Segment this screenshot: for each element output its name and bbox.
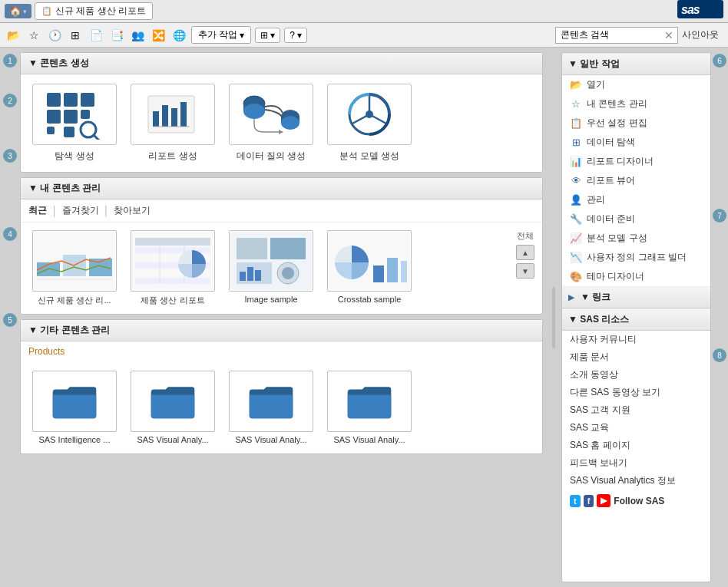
badge-5: 5 (3, 313, 17, 327)
home-button[interactable]: 🏠 ▾ (5, 4, 31, 18)
menu-item-admin[interactable]: 👤 관리 (562, 190, 710, 209)
menu-mycontent-icon: ☆ (570, 98, 582, 110)
content-grid: 신규 제품 생산 리... (21, 223, 542, 314)
content-label-4: Crosstab sample (338, 295, 402, 304)
svg-rect-6 (64, 110, 78, 124)
resource-homepage[interactable]: SAS 홈 페이지 (562, 437, 710, 454)
menu-admin-label: 관리 (587, 193, 605, 206)
recent-icon[interactable]: 🕐 (46, 27, 63, 44)
users-icon[interactable]: 👥 (129, 27, 146, 44)
analytics-item[interactable]: 분석 모델 생성 (323, 84, 415, 163)
explore-item[interactable]: 탐색 생성 (28, 84, 121, 163)
svg-text:sas: sas (681, 3, 700, 16)
facebook-button[interactable]: f (584, 495, 594, 507)
resource-about[interactable]: SAS Visual Analytics 정보 (562, 472, 710, 490)
scroll-down-button[interactable]: ▼ (516, 263, 534, 279)
content-item-2[interactable]: 제품 생산 리포트 (127, 230, 219, 306)
menu-open-label: 열기 (587, 78, 605, 91)
help-button[interactable]: ? ▾ (284, 28, 307, 43)
svg-point-24 (281, 116, 299, 130)
svg-rect-39 (135, 278, 210, 284)
help-icon: ? (290, 30, 295, 41)
menu-item-data-prep[interactable]: 🔧 데이터 준비 (562, 209, 710, 229)
resource-docs[interactable]: 제품 문서 (562, 348, 710, 366)
menu-custom-graph-icon: 📉 (570, 252, 582, 264)
explore-icon (44, 90, 105, 140)
svg-rect-14 (162, 105, 168, 127)
flow-icon[interactable]: 🔀 (150, 27, 167, 44)
resource-customer-support[interactable]: SAS 고객 지원 (562, 401, 710, 419)
resource-other-videos[interactable]: 다른 SAS 동영상 보기 (562, 384, 710, 401)
svg-rect-16 (180, 102, 187, 127)
youtube-button[interactable]: ▶ (597, 494, 611, 507)
nav-favorites[interactable]: 즐겨찾기 (62, 204, 99, 217)
svg-rect-13 (153, 111, 159, 127)
svg-rect-9 (64, 127, 74, 137)
resource-feedback[interactable]: 피드백 보내기 (562, 454, 710, 472)
nav-browse[interactable]: 찾아보기 (114, 204, 151, 217)
menu-preferences-icon: 📋 (570, 117, 582, 130)
badge-1: 1 (3, 54, 17, 68)
all-button-area: 전체 ▲ ▼ (516, 230, 534, 279)
open-folder-icon[interactable]: 📂 (5, 27, 22, 44)
folder-icon-4 (327, 371, 412, 432)
report-item[interactable]: 리포트 생성 (127, 84, 219, 163)
explore-icon-box (32, 84, 117, 145)
dataflow-item[interactable]: 데이터 질의 생성 (225, 84, 317, 163)
general-tasks-header: ▼ 일반 작업 (562, 53, 710, 75)
menu-item-open[interactable]: 📂 열기 (562, 75, 710, 94)
content-item-1[interactable]: 신규 제품 생산 리... (28, 230, 121, 306)
search-clear-icon[interactable]: ✕ (664, 29, 673, 41)
menu-report-designer-icon: 📊 (570, 156, 582, 168)
resource-education[interactable]: SAS 교육 (562, 419, 710, 437)
add-work-button[interactable]: 추가 작업 ▾ (191, 26, 251, 44)
scroll-up-button[interactable]: ▲ (516, 245, 534, 260)
menu-item-preferences[interactable]: 📋 우선 설정 편집 (562, 114, 710, 133)
globe-icon[interactable]: 🌐 (170, 27, 187, 44)
signout-button[interactable]: 사인아웃 (677, 27, 723, 43)
menu-item-custom-graph[interactable]: 📉 사용자 정의 그래프 빌더 (562, 248, 710, 267)
tab-title: 신규 제품 생산 리포트 (55, 5, 146, 18)
copy-icon[interactable]: 📄 (88, 27, 104, 44)
star-icon[interactable]: ☆ (25, 27, 42, 44)
menu-item-data-explore[interactable]: ⊞ 데이터 탐색 (562, 133, 710, 152)
drag-handle[interactable] (551, 52, 557, 582)
menu-theme-label: 테마 디자이너 (587, 270, 644, 283)
menu-item-my-content[interactable]: ☆ 내 콘텐츠 관리 (562, 94, 710, 114)
folder-item-4[interactable]: SAS Visual Analy... (323, 371, 415, 444)
my-content-section: ▼ 내 콘텐츠 관리 최근 │ 즐겨찾기 │ 찾아보기 (20, 177, 543, 315)
twitter-button[interactable]: t (570, 495, 581, 507)
content-creation-section: ▼ 콘텐츠 생성 (20, 52, 543, 173)
dataflow-icon (240, 90, 302, 140)
svg-point-21 (243, 104, 265, 119)
menu-item-theme-designer[interactable]: 🎨 테마 디자이너 (562, 267, 710, 286)
menu-item-report-designer[interactable]: 📊 리포트 디자이너 (562, 152, 710, 171)
folder-item-3[interactable]: SAS Visual Analy... (225, 371, 317, 444)
menu-item-report-viewer[interactable]: 👁 리포트 뷰어 (562, 171, 710, 190)
menu-item-analytics-model[interactable]: 📈 분석 모델 구성 (562, 229, 710, 248)
content-item-4[interactable]: Crosstab sample (323, 230, 415, 306)
pages-icon[interactable]: 📑 (108, 27, 125, 44)
resource-community[interactable]: 사용자 커뮤니티 (562, 331, 710, 348)
nav-recent[interactable]: 최근 (28, 204, 47, 217)
folder-item-1[interactable]: SAS Intelligence ... (28, 371, 121, 444)
badge-2: 2 (3, 94, 17, 107)
grid-icon[interactable]: ⊞ (67, 27, 84, 44)
folder-icon-1 (32, 371, 117, 432)
active-tab[interactable]: 📋 신규 제품 생산 리포트 (35, 2, 153, 20)
menu-report-viewer-icon: 👁 (570, 175, 582, 187)
resource-intro-video[interactable]: 소개 동영상 (562, 366, 710, 384)
toolbar: 📂 ☆ 🕐 ⊞ 📄 📑 👥 🔀 🌐 추가 작업 ▾ ⊞ ▾ ? ▾ ✕ 사인아웃 (0, 23, 728, 48)
report-icon (142, 90, 204, 140)
menu-data-prep-label: 데이터 준비 (587, 213, 635, 226)
search-input[interactable] (555, 27, 678, 44)
content-item-3[interactable]: Image sample (225, 230, 317, 306)
folder-item-2[interactable]: SAS Visual Analy... (127, 371, 219, 444)
sas-logo: sas (677, 0, 723, 23)
content-thumb-1 (32, 230, 117, 292)
view-button[interactable]: ⊞ ▾ (255, 28, 280, 43)
svg-line-11 (94, 135, 99, 140)
folder-grid: SAS Intelligence ... SAS Visual Analy... (21, 361, 542, 453)
svg-marker-25 (279, 130, 283, 134)
svg-rect-7 (81, 110, 90, 119)
